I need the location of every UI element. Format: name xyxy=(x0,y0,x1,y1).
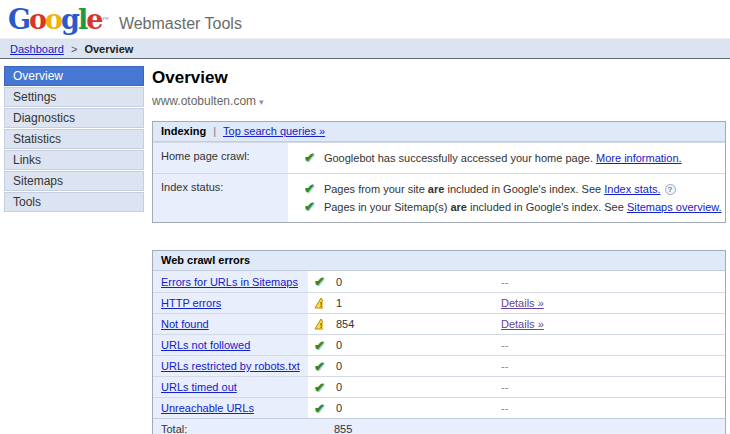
check-icon: ✔ xyxy=(314,380,325,395)
more-information-link[interactable]: More information. xyxy=(596,152,682,164)
status-icon-slot: ✔! xyxy=(314,380,329,395)
status-line: ✔Pages in your Sitemap(s) are included i… xyxy=(304,199,722,214)
app-header: Google™ Webmaster Tools xyxy=(0,0,730,38)
total-row: Total: 855 xyxy=(153,418,725,434)
top-search-queries-link[interactable]: Top search queries » xyxy=(223,125,325,137)
breadcrumb: Dashboard > Overview xyxy=(0,38,730,59)
sitemaps-overview-link[interactable]: Sitemaps overview. xyxy=(627,201,722,213)
chevron-down-icon: ▾ xyxy=(259,97,264,107)
table-row: Not found ✔!854 Details » xyxy=(153,313,725,334)
crawl-row-link-unreachable[interactable]: Unreachable URLs xyxy=(161,402,254,414)
indexing-section: Indexing | Top search queries » Home pag… xyxy=(152,121,726,223)
error-count: 0 xyxy=(336,360,342,372)
crawl-row-link-timed-out[interactable]: URLs timed out xyxy=(161,381,237,393)
no-details-dash: -- xyxy=(501,360,508,372)
indexing-section-header: Indexing | Top search queries » xyxy=(153,122,725,142)
check-icon: ✔ xyxy=(314,338,325,353)
crawl-row-link-robots-restricted[interactable]: URLs restricted by robots.txt xyxy=(161,360,300,372)
svg-text:!: ! xyxy=(320,300,323,309)
check-icon: ✔ xyxy=(314,359,325,374)
error-count: 0 xyxy=(336,402,342,414)
table-row: URLs not followed ✔!0 -- xyxy=(153,334,725,355)
warning-icon: ! xyxy=(314,297,323,309)
sidebar-item-diagnostics[interactable]: Diagnostics xyxy=(4,108,144,128)
status-emphasis: are xyxy=(428,183,445,195)
status-icon-slot: ✔! xyxy=(314,274,329,289)
breadcrumb-dashboard-link[interactable]: Dashboard xyxy=(10,43,64,55)
table-row: Unreachable URLs ✔!0 -- xyxy=(153,397,725,418)
status-icon-slot: ✔! xyxy=(314,401,329,416)
sidebar-item-sitemaps[interactable]: Sitemaps xyxy=(4,171,144,191)
crawl-table-title: Web crawl errors xyxy=(161,254,250,266)
no-details-dash: -- xyxy=(501,276,508,288)
crawl-row-link-sitemap-errors[interactable]: Errors for URLs in Sitemaps xyxy=(161,276,298,288)
check-icon: ✔ xyxy=(304,181,315,196)
sidebar-item-statistics[interactable]: Statistics xyxy=(4,129,144,149)
no-details-dash: -- xyxy=(501,381,508,393)
app-title: Webmaster Tools xyxy=(119,15,242,32)
details-link[interactable]: Details » xyxy=(501,297,544,309)
status-text: Googlebot has successfully accessed your… xyxy=(324,152,596,164)
status-text: included in Google's index. See xyxy=(444,183,604,195)
table-row: Errors for URLs in Sitemaps ✔!0 -- xyxy=(153,271,725,292)
index-status-label: Index status: xyxy=(153,174,288,222)
breadcrumb-current: Overview xyxy=(84,43,133,55)
check-icon: ✔ xyxy=(304,150,315,165)
status-icon-slot: ✔! xyxy=(314,297,329,309)
sidebar-item-overview[interactable]: Overview xyxy=(4,66,144,86)
status-text: Pages from your site xyxy=(324,183,428,195)
crawl-table-header: Web crawl errors xyxy=(153,251,725,271)
help-icon[interactable]: ? xyxy=(665,184,676,195)
status-icon-slot: ✔! xyxy=(314,359,329,374)
table-row: URLs restricted by robots.txt ✔!0 -- xyxy=(153,355,725,376)
check-icon: ✔ xyxy=(314,401,325,416)
sidebar-item-tools[interactable]: Tools xyxy=(4,192,144,212)
total-label: Total: xyxy=(153,423,308,434)
status-text: Pages in your Sitemap(s) xyxy=(324,201,451,213)
svg-text:!: ! xyxy=(320,321,323,330)
crawl-row-link-http-errors[interactable]: HTTP errors xyxy=(161,297,221,309)
warning-icon: ! xyxy=(314,318,323,330)
sidebar-item-links[interactable]: Links xyxy=(4,150,144,170)
home-page-crawl-label: Home page crawl: xyxy=(153,143,288,173)
error-count: 0 xyxy=(336,339,342,351)
error-count: 854 xyxy=(336,318,354,330)
table-row: HTTP errors ✔!1 Details » xyxy=(153,292,725,313)
status-icon-slot: ✔! xyxy=(314,318,329,330)
status-line: ✔Pages from your site are included in Go… xyxy=(304,181,722,196)
site-selector[interactable]: www.otobulten.com▾ xyxy=(152,94,264,108)
google-logo: Google™ xyxy=(8,4,109,35)
web-crawl-errors-section: Web crawl errors Errors for URLs in Site… xyxy=(152,250,726,434)
indexing-title: Indexing xyxy=(161,125,206,137)
sidebar-nav: Overview Settings Diagnostics Statistics… xyxy=(4,66,144,213)
indexing-header-separator: | xyxy=(213,125,216,137)
total-value: 855 xyxy=(308,423,352,434)
table-row: URLs timed out ✔!0 -- xyxy=(153,376,725,397)
no-details-dash: -- xyxy=(501,402,508,414)
error-count: 0 xyxy=(336,276,342,288)
status-line: ✔Googlebot has successfully accessed you… xyxy=(304,150,682,165)
details-link[interactable]: Details » xyxy=(501,318,544,330)
page-title: Overview xyxy=(152,68,726,88)
trademark-symbol: ™ xyxy=(101,15,109,25)
error-count: 0 xyxy=(336,381,342,393)
status-emphasis: are xyxy=(450,201,467,213)
breadcrumb-separator: > xyxy=(71,43,77,55)
sidebar-item-settings[interactable]: Settings xyxy=(4,87,144,107)
index-stats-link[interactable]: Index stats. xyxy=(604,183,660,195)
status-icon-slot: ✔! xyxy=(314,338,329,353)
home-page-crawl-row: Home page crawl: ✔Googlebot has successf… xyxy=(153,142,725,173)
status-text: included in Google's index. See xyxy=(467,201,627,213)
no-details-dash: -- xyxy=(501,339,508,351)
crawl-row-link-not-found[interactable]: Not found xyxy=(161,318,209,330)
check-icon: ✔ xyxy=(314,274,325,289)
error-count: 1 xyxy=(336,297,342,309)
check-icon: ✔ xyxy=(304,199,315,214)
crawl-row-link-not-followed[interactable]: URLs not followed xyxy=(161,339,250,351)
index-status-row: Index status: ✔Pages from your site are … xyxy=(153,173,725,222)
site-domain: www.otobulten.com xyxy=(152,94,256,108)
